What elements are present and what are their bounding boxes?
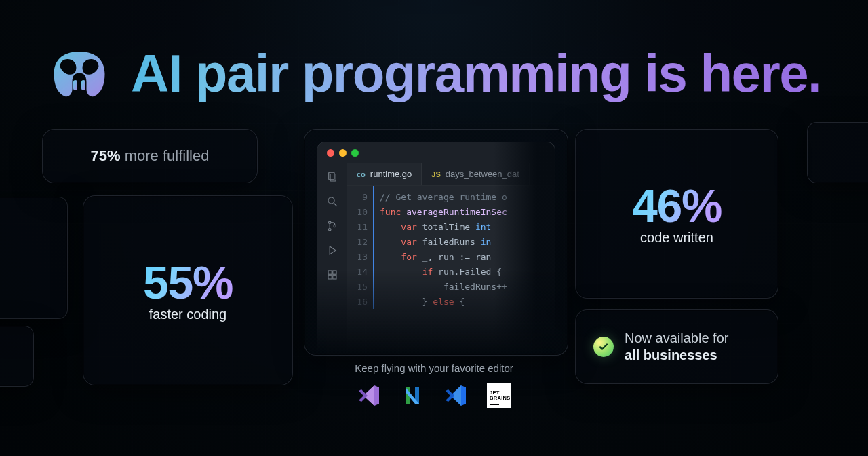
svg-marker-16 <box>359 390 368 402</box>
tab-runtime-go: co runtime.go <box>347 163 422 185</box>
availability-emphasis: all businesses <box>625 347 717 362</box>
visual-studio-icon <box>357 383 381 408</box>
activity-bar <box>317 163 347 354</box>
svg-marker-21 <box>454 385 461 406</box>
stat-label: more fulfilled <box>125 147 210 165</box>
stat-card-faster: 55% faster coding <box>83 195 293 385</box>
copilot-icon <box>47 39 112 107</box>
check-circle-icon <box>593 337 614 357</box>
jetbrains-icon: JET BRAINS <box>487 383 511 408</box>
svg-marker-22 <box>446 390 454 402</box>
editor-preview-card: co runtime.go JS days_between_dat 9 10 1… <box>304 129 568 356</box>
source-control-icon <box>326 220 338 232</box>
stat-card-fulfilled: 75% more fulfilled <box>42 129 258 183</box>
editors-caption: Keep flying with your favorite editor <box>298 362 570 374</box>
svg-point-7 <box>329 229 331 231</box>
decorative-card <box>807 122 868 183</box>
svg-rect-12 <box>333 276 336 279</box>
jetbrains-label-2: BRAINS <box>490 396 511 401</box>
tab-label: runtime.go <box>370 169 412 179</box>
editor-tabs: co runtime.go JS days_between_dat <box>347 163 555 186</box>
svg-rect-10 <box>328 271 332 274</box>
tab-days-between: JS days_between_dat <box>422 163 530 185</box>
window-titlebar <box>317 142 555 163</box>
go-file-icon: co <box>357 170 366 178</box>
decorative-card <box>0 326 34 387</box>
svg-line-5 <box>334 203 337 206</box>
availability-card: Now available for all businesses <box>575 309 778 384</box>
vscode-icon <box>443 383 468 408</box>
debug-icon <box>326 244 338 256</box>
svg-marker-9 <box>330 246 336 254</box>
stat-value: 46% <box>632 183 722 229</box>
stat-value: 75% <box>91 147 121 165</box>
window-minimize-icon <box>339 149 347 157</box>
stat-label: code written <box>640 230 713 246</box>
stat-label: faster coding <box>149 307 227 322</box>
svg-rect-11 <box>328 276 332 279</box>
editor-window: co runtime.go JS days_between_dat 9 10 1… <box>317 142 555 355</box>
svg-rect-2 <box>329 172 334 180</box>
svg-point-6 <box>329 221 331 223</box>
svg-rect-13 <box>333 271 336 274</box>
search-icon <box>326 195 338 208</box>
svg-rect-3 <box>330 174 336 182</box>
editors-strip: Keep flying with your favorite editor <box>298 362 570 408</box>
extensions-icon <box>326 269 338 281</box>
code-content: // Get average runtime o func averageRun… <box>373 186 507 309</box>
window-maximize-icon <box>351 149 359 157</box>
files-icon <box>326 171 338 183</box>
svg-point-4 <box>328 197 334 204</box>
window-close-icon <box>327 149 334 157</box>
availability-text: Now available for all businesses <box>625 330 728 364</box>
svg-rect-0 <box>73 80 77 90</box>
hero-section: AI pair programming is here. <box>0 0 868 107</box>
tab-label: days_between_dat <box>446 169 519 179</box>
stat-card-code-written: 46% code written <box>575 129 778 299</box>
decorative-card <box>0 197 68 319</box>
availability-prefix: Now available for <box>625 330 728 347</box>
svg-rect-1 <box>81 80 85 90</box>
hero-title: AI pair programming is here. <box>131 43 821 104</box>
line-gutter: 9 10 11 12 13 14 15 16 <box>347 186 373 309</box>
js-file-icon: JS <box>431 170 440 178</box>
stat-value: 55% <box>143 259 233 305</box>
neovim-icon <box>400 383 425 408</box>
svg-point-8 <box>334 225 336 227</box>
